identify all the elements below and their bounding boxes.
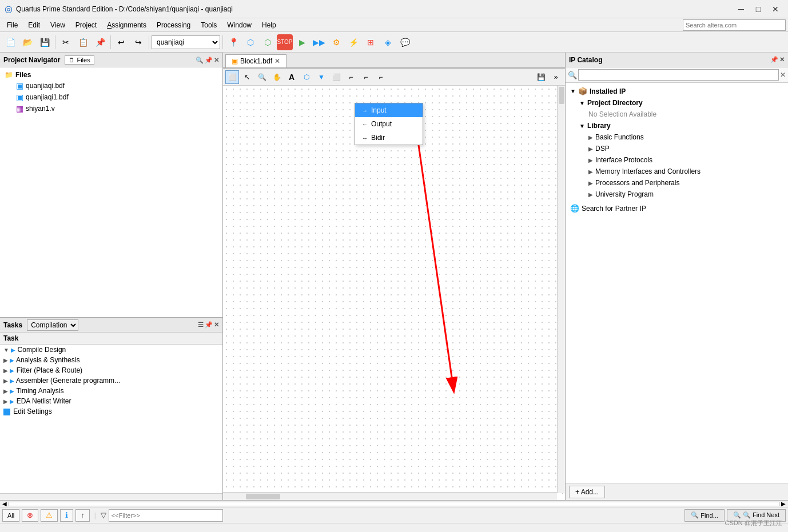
tasks-close-button[interactable]: ✕ [214,321,219,329]
pin-tool[interactable]: ▼ [315,70,328,84]
run-button[interactable]: ▶ [294,34,310,50]
close-nav-button[interactable]: ✕ [214,57,219,64]
ip-close-button[interactable]: ✕ [779,56,785,63]
task-assembler[interactable]: ▶ ▶ Assembler (Generate programm... [0,375,222,386]
pan-tool[interactable]: ✋ [270,70,284,84]
compile-button[interactable]: ⬡ [242,34,258,50]
menu-window[interactable]: Window [222,20,256,30]
minimize-button[interactable]: ─ [733,2,749,16]
find-button[interactable]: 🔍 Find... [684,509,725,522]
save-canvas-button[interactable]: 💾 [534,70,548,84]
select-tool[interactable]: ⬜ [225,70,239,84]
task-analysis[interactable]: ▶ ▶ Analysis & Synthesis [0,355,222,365]
library-item[interactable]: ▼ Library [568,120,786,131]
tasks-menu-button[interactable]: ☰ [198,321,204,329]
pin-dropdown-icon[interactable]: ▼ [318,73,325,81]
bus-tool[interactable]: ⌐ [344,70,358,84]
ip-pin-button[interactable]: 📌 [770,56,778,63]
error-btn[interactable]: ⊗ [22,509,38,522]
maximize-button[interactable]: □ [750,2,766,16]
warning-btn[interactable]: ⚠ [41,509,58,522]
project-select[interactable]: quanjiaqi [152,35,220,49]
file-tree-item[interactable]: ▣ quanjiaqi.bdf [2,80,220,91]
vscroll-thumb[interactable] [559,87,564,104]
pin-nav-button[interactable]: 📌 [205,57,213,64]
file-tree-item[interactable]: ▣ quanjiaqi1.bdf [2,91,220,103]
save-button[interactable]: 💾 [37,34,53,50]
ip-search-input[interactable] [578,69,779,81]
undo-button[interactable]: ↩ [113,34,129,50]
dsp-item[interactable]: ▶ DSP [568,143,786,154]
search-nav-button[interactable]: 🔍 [196,57,204,64]
file-tree-root[interactable]: 📁 Files [2,70,220,80]
memory-interfaces-item[interactable]: ▶ Memory Interfaces and Controllers [568,166,786,177]
all-button[interactable]: All [2,509,19,522]
canvas-hscroll[interactable] [223,492,557,500]
search-altera-input[interactable] [683,19,786,31]
menu-file[interactable]: File [2,20,22,30]
tasks-pin-button[interactable]: 📌 [205,321,213,329]
prog-button[interactable]: ⊞ [363,34,379,50]
redo-button[interactable]: ↪ [130,34,146,50]
task-timing[interactable]: ▶ ▶ Timing Analysis [0,386,222,396]
ip-button[interactable]: ◈ [380,34,396,50]
left-scroll-right[interactable]: ▶ [781,501,786,507]
block1-tab[interactable]: ▣ Block1.bdf ✕ [225,54,286,67]
file-tree-item[interactable]: ▦ shiyan1.v [2,103,220,114]
stop-button[interactable]: STOP [277,34,293,50]
menu-tools[interactable]: Tools [196,20,221,30]
info-btn[interactable]: ℹ [60,509,73,522]
canvas-dots[interactable] [223,86,565,500]
compilation-select[interactable]: Compilation [27,319,78,331]
university-program-item[interactable]: ▶ University Program [568,189,786,200]
hscroll-track[interactable] [8,502,780,506]
task-fitter[interactable]: ▶ ▶ Fitter (Place & Route) [0,365,222,375]
analyze-button[interactable]: ⬡ [260,34,276,50]
success-btn[interactable]: ↑ [75,509,90,522]
chat-button[interactable]: 💬 [397,34,413,50]
left-hscroll[interactable]: ◀ ▶ [0,501,788,507]
ip-search-clear[interactable]: ✕ [780,71,786,79]
build-button[interactable]: ⚙ [328,34,344,50]
route-button[interactable]: ⚡ [345,34,361,50]
more-button[interactable]: » [549,70,563,84]
new-file-button[interactable]: 📄 [2,34,18,50]
pin-button[interactable]: 📍 [225,34,241,50]
task-compile-design[interactable]: ▼ ▶ Compile Design [0,345,222,355]
tab-close-button[interactable]: ✕ [274,57,280,65]
zoom-tool[interactable]: 🔍 [255,70,269,84]
search-partner-ip-item[interactable]: 🌐 Search for Partner IP [568,202,786,214]
project-dir-item[interactable]: ▼ Project Directory [568,97,786,109]
basic-functions-item[interactable]: ▶ Basic Functions [568,131,786,143]
interface-protocols-item[interactable]: ▶ Interface Protocols [568,154,786,166]
canvas-vscroll[interactable] [557,86,565,493]
pointer-tool[interactable]: ↖ [240,70,254,84]
menu-edit[interactable]: Edit [23,20,45,30]
bus2-tool[interactable]: ⌐ [359,70,373,84]
symbol-tool[interactable]: ⬡ [300,70,313,84]
add-button[interactable]: + Add... [569,486,605,498]
cut-button[interactable]: ✂ [58,34,74,50]
copy-button[interactable]: 📋 [75,34,91,50]
run2-button[interactable]: ▶▶ [311,34,327,50]
tasks-hscroll[interactable] [0,493,222,500]
close-button[interactable]: ✕ [767,2,783,16]
filter-input[interactable] [109,509,223,522]
dropdown-output[interactable]: ← Output [355,117,423,131]
dropdown-input[interactable]: → Input [355,103,423,117]
open-file-button[interactable]: 📂 [19,34,35,50]
files-tab[interactable]: 🗒 Files [65,55,94,65]
menu-assignments[interactable]: Assignments [102,20,151,30]
menu-help[interactable]: Help [257,20,281,30]
hscroll-thumb[interactable] [246,494,280,499]
task-edit-settings[interactable]: Edit Settings [0,406,222,417]
task-eda[interactable]: ▶ ▶ EDA Netlist Writer [0,396,222,406]
paste-button[interactable]: 📌 [92,34,108,50]
processors-item[interactable]: ▶ Processors and Peripherals [568,177,786,189]
left-scroll-left[interactable]: ◀ [2,501,7,507]
menu-processing[interactable]: Processing [152,20,195,30]
menu-project[interactable]: Project [71,20,101,30]
installed-ip-item[interactable]: ▼ 📦 Installed IP [568,85,786,97]
dropdown-bidir[interactable]: ↔ Bidir [355,131,423,145]
wire-tool[interactable]: ⬜ [329,70,343,84]
